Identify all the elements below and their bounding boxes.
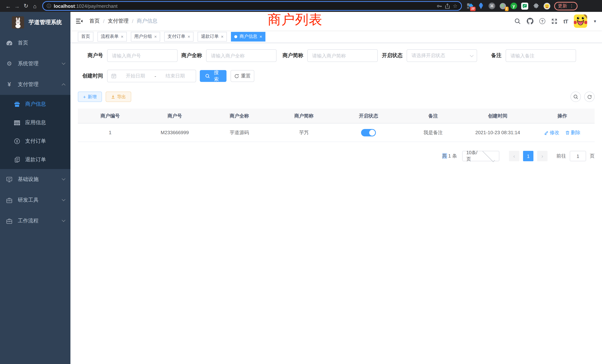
close-icon[interactable]: ×: [221, 34, 224, 39]
sidebar-item-label: 退款订单: [25, 156, 46, 163]
logo-image: [12, 16, 24, 28]
next-page-icon[interactable]: ›: [537, 151, 548, 161]
site-info-icon[interactable]: ⓘ: [47, 3, 51, 9]
page-size-select[interactable]: 10条/页: [462, 151, 499, 161]
user-avatar[interactable]: [574, 14, 587, 28]
tab-process-form[interactable]: 流程表单×: [97, 32, 127, 41]
navbar: 首页 / 支付管理 / 商户信息 ?: [70, 12, 602, 30]
sidebar-item-system[interactable]: ⚙ 系统管理: [0, 53, 70, 74]
share-icon[interactable]: [445, 3, 450, 9]
forward-icon[interactable]: →: [13, 1, 22, 10]
font-size-icon[interactable]: tT: [563, 18, 568, 24]
reload-icon[interactable]: ↻: [22, 1, 30, 10]
bookmark-star-icon[interactable]: ☆: [453, 3, 457, 9]
search-icon[interactable]: [515, 18, 521, 24]
extension-badge: 10: [470, 7, 476, 11]
refresh-icon[interactable]: [584, 92, 595, 102]
tab-label: 退款订单: [201, 33, 219, 40]
extension-y-icon[interactable]: y: [510, 3, 517, 9]
sidebar-item-label: 基础设施: [18, 176, 62, 183]
cell-merchant-id: 1: [78, 130, 142, 135]
breadcrumb-pay[interactable]: 支付管理: [108, 18, 129, 24]
sidebar-item-refund-order[interactable]: 退款订单: [0, 150, 70, 169]
sidebar-item-home[interactable]: 首页: [0, 33, 70, 53]
browser-toolbar: ← → ↻ ⌂ ⓘ localhost:1024/pay/merchant ☆ …: [0, 0, 602, 12]
sidebar-item-pay-order[interactable]: 支付订单: [0, 132, 70, 150]
table-mini-actions: [570, 92, 595, 102]
sidebar-collapse-icon[interactable]: [76, 18, 83, 24]
browser-window: ← → ↻ ⌂ ⓘ localhost:1024/pay/merchant ☆ …: [0, 0, 602, 364]
tab-refund-order[interactable]: 退款订单×: [198, 32, 227, 41]
extension-recorder-icon[interactable]: 1: [499, 2, 506, 10]
sidebar-item-merchant-info[interactable]: 商户信息: [0, 95, 70, 113]
delete-label: 删除: [571, 129, 580, 136]
cell-remark: 我是备注: [401, 129, 466, 136]
close-icon[interactable]: ×: [188, 34, 190, 39]
password-key-icon[interactable]: [437, 3, 442, 9]
back-icon[interactable]: ←: [4, 1, 13, 10]
sidebar-item-infrastructure[interactable]: 基础设施: [0, 169, 70, 190]
add-button[interactable]: + 新增: [78, 92, 102, 102]
main-area: 首页 / 支付管理 / 商户信息 ?: [70, 12, 602, 364]
browser-menu-icon[interactable]: ⋮: [569, 3, 574, 9]
status-switch[interactable]: [361, 129, 376, 136]
sidebar-item-label: 系统管理: [18, 60, 62, 67]
profile-avatar-icon[interactable]: [543, 2, 550, 10]
search-button[interactable]: 搜索: [200, 70, 226, 82]
goto-page-input[interactable]: [570, 151, 586, 161]
home-icon[interactable]: ⌂: [30, 1, 39, 10]
close-icon[interactable]: ×: [154, 34, 157, 39]
status-select[interactable]: 请选择开启状态: [407, 49, 477, 62]
remark-input[interactable]: [506, 49, 576, 62]
chevron-down-icon: [62, 218, 65, 222]
app-root: 芋道管理系统 首页 ⚙ 系统管理 ¥ 支付管理: [0, 12, 602, 364]
fullscreen-icon[interactable]: [551, 18, 558, 24]
merchant-no-input[interactable]: [107, 49, 178, 62]
github-icon[interactable]: [527, 18, 533, 24]
tab-home[interactable]: 首页: [78, 32, 93, 41]
help-icon[interactable]: ?: [539, 18, 545, 24]
page-number[interactable]: 1: [523, 151, 533, 161]
extension-chat-icon[interactable]: [521, 2, 528, 10]
extension-kite-icon[interactable]: [477, 2, 484, 10]
sidebar-item-devtools[interactable]: 研发工具: [0, 190, 70, 211]
sidebar-item-label: 工作流程: [18, 218, 62, 224]
sidebar-item-label: 研发工具: [18, 197, 62, 203]
sidebar-item-app-info[interactable]: 应用信息: [0, 113, 70, 132]
url-text: localhost:1024/pay/merchant: [54, 3, 434, 9]
close-icon[interactable]: ×: [259, 34, 262, 39]
coin-yen-icon: [14, 138, 20, 144]
close-icon[interactable]: ×: [121, 34, 123, 39]
delete-link[interactable]: 删除: [565, 129, 580, 136]
sidebar-item-pay[interactable]: ¥ 支付管理: [0, 74, 70, 95]
tab-merchant-info[interactable]: 商户信息×: [231, 32, 265, 41]
extensions-puzzle-icon[interactable]: [532, 2, 539, 10]
form-item-create-time: 创建时间 开始日期 - 结束日期: [78, 70, 196, 82]
edit-link[interactable]: 修改: [544, 129, 559, 136]
sidebar-item-label: 支付管理: [18, 81, 62, 88]
chrome-update-button[interactable]: 更新 ⋮: [554, 2, 578, 10]
export-button[interactable]: 导出: [106, 92, 131, 102]
sidebar-item-workflow[interactable]: 工作流程: [0, 211, 70, 231]
full-name-input[interactable]: [206, 49, 277, 62]
breadcrumb-home[interactable]: 首页: [89, 18, 100, 24]
date-range-picker[interactable]: 开始日期 - 结束日期: [107, 70, 196, 82]
address-bar[interactable]: ⓘ localhost:1024/pay/merchant ☆: [42, 1, 462, 11]
app-logo[interactable]: 芋道管理系统: [0, 12, 70, 33]
toggle-search-icon[interactable]: [570, 92, 581, 102]
short-name-input[interactable]: [307, 49, 378, 62]
tab-label: 用户分组: [134, 33, 152, 40]
breadcrumb-current: 商户信息: [137, 18, 158, 24]
sidebar-item-label: 首页: [18, 40, 65, 46]
reset-button[interactable]: 重置: [231, 70, 254, 82]
sidebar-submenu: 商户信息 应用信息 支付订单: [0, 95, 70, 169]
tab-pay-order[interactable]: 支付订单×: [164, 32, 194, 41]
calendar-icon: [111, 73, 116, 79]
extension-apps-icon[interactable]: 10: [466, 2, 473, 10]
extension-command-icon[interactable]: ⌘: [489, 3, 495, 9]
page-unit-label: 页: [590, 153, 595, 159]
prev-page-icon[interactable]: ‹: [509, 151, 519, 161]
caret-down-icon[interactable]: ▼: [593, 19, 597, 23]
table-row: 1 M233666999 芋道源码 芋艿 我是备注 2021-10-23 08:…: [78, 123, 595, 142]
tab-user-group[interactable]: 用户分组×: [131, 32, 160, 41]
